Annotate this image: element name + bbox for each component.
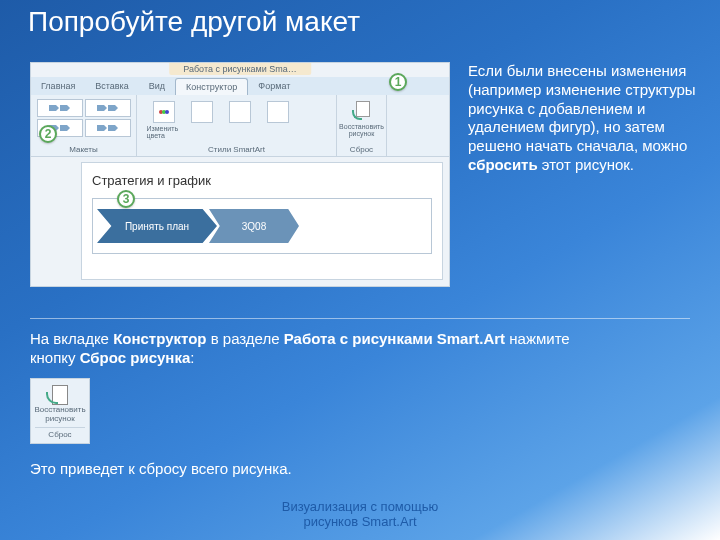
ribbon-body: Макеты Изменить цвета Стили SmartArt Вос… bbox=[31, 95, 449, 157]
reset-button-example: Восстановить рисунок Сброс bbox=[30, 378, 90, 444]
layout-thumb[interactable] bbox=[37, 99, 83, 117]
layout-thumb[interactable] bbox=[85, 119, 131, 137]
style-thumb[interactable] bbox=[261, 101, 295, 141]
callout-3: 3 bbox=[117, 190, 135, 208]
reset-icon bbox=[46, 383, 74, 404]
reset-graphic-button[interactable]: Восстановить рисунок bbox=[342, 99, 382, 137]
smartart-graphic[interactable]: Принять план 3Q08 bbox=[92, 198, 432, 254]
palette-icon bbox=[153, 101, 175, 123]
callout-1: 1 bbox=[389, 73, 407, 91]
group-label: Сброс bbox=[35, 427, 85, 439]
group-label: Сброс bbox=[337, 145, 386, 154]
style-thumb[interactable] bbox=[223, 101, 257, 141]
document-canvas: Стратегия и график Принять план 3Q08 bbox=[81, 162, 443, 280]
layout-thumb[interactable] bbox=[85, 99, 131, 117]
slide-title: Попробуйте другой макет bbox=[28, 6, 360, 38]
change-colors-button[interactable]: Изменить цвета bbox=[147, 101, 181, 141]
footer-text: Визуализация с помощьюрисунков Smart.Art bbox=[0, 499, 720, 530]
ribbon-tabs: Главная Вставка Вид Конструктор Формат bbox=[31, 77, 449, 95]
reset-icon bbox=[351, 99, 373, 121]
tab-home[interactable]: Главная bbox=[31, 78, 85, 94]
tab-insert[interactable]: Вставка bbox=[85, 78, 138, 94]
instruction-2: Это приведет к сбросу всего рисунка. bbox=[30, 460, 292, 477]
tab-design[interactable]: Конструктор bbox=[175, 78, 248, 95]
group-reset: Восстановить рисунок Сброс bbox=[337, 95, 387, 156]
chevron-shape[interactable]: Принять план bbox=[97, 209, 217, 243]
button-label: Восстановить рисунок bbox=[339, 123, 384, 137]
smartart-title: Стратегия и график bbox=[92, 173, 432, 188]
divider bbox=[30, 318, 690, 319]
contextual-tab-title: Работа с рисунками Sma… bbox=[169, 63, 311, 75]
side-paragraph: Если были внесены изменения (например из… bbox=[468, 62, 702, 175]
button-label: Изменить цвета bbox=[147, 125, 181, 139]
group-label: Стили SmartArt bbox=[137, 145, 336, 154]
group-styles: Изменить цвета Стили SmartArt bbox=[137, 95, 337, 156]
tab-format[interactable]: Формат bbox=[248, 78, 300, 94]
ribbon-screenshot: Работа с рисунками Sma… Главная Вставка … bbox=[30, 62, 450, 287]
callout-2: 2 bbox=[39, 125, 57, 143]
chevron-shape[interactable]: 3Q08 bbox=[209, 209, 299, 243]
tab-view[interactable]: Вид bbox=[139, 78, 175, 94]
style-thumb[interactable] bbox=[185, 101, 219, 141]
group-label: Макеты bbox=[31, 145, 136, 154]
instruction-1: На вкладке Конструктор в разделе Работа … bbox=[30, 330, 580, 368]
button-label: Восстановить рисунок bbox=[34, 406, 85, 424]
